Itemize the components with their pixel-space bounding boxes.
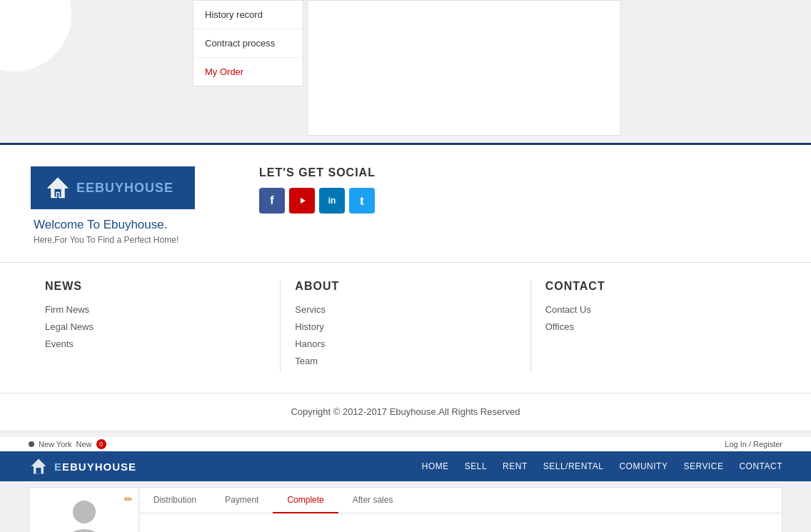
person-avatar <box>59 494 109 532</box>
tab-complete[interactable]: Complete <box>273 488 338 513</box>
legal-news-link[interactable]: Legal News <box>45 321 94 332</box>
servics-link[interactable]: Servics <box>295 304 326 315</box>
copyright-text: Copyright © 2012-2017 Ebuyhouse.All Righ… <box>0 406 811 417</box>
social-title: LET'S GET SOCIAL <box>259 166 402 179</box>
list-item[interactable]: Contact Us <box>545 303 766 316</box>
footer-col-about: ABOUT Servics History Hanors Team <box>281 280 530 371</box>
tagline-heading: Welcome To Ebuyhouse. <box>34 218 178 232</box>
tab-distribution[interactable]: Distribution <box>139 488 211 513</box>
nav-home[interactable]: HOME <box>422 461 449 471</box>
list-item[interactable]: Team <box>295 354 515 367</box>
footer-logo: EEBUYHOUSE <box>31 166 195 209</box>
top-section: History record Contract process My Order <box>0 0 811 143</box>
footer-logo-text: EEBUYHOUSE <box>76 181 173 196</box>
svg-rect-5 <box>36 468 41 473</box>
contact-heading: CONTACT <box>545 280 766 293</box>
linkedin-button[interactable]: in <box>319 188 345 214</box>
footer-links: NEWS Firm News Legal News Events ABOUT S… <box>31 280 780 371</box>
list-item[interactable]: Offices <box>545 320 766 333</box>
bottom-content: ✏ Distribution Payment Complete After sa… <box>0 481 811 532</box>
nav-sell-rental[interactable]: SELL/RENTAL <box>543 461 604 471</box>
bottom-preview: New York New 0 Log In / Register EEBUYHO… <box>0 430 811 532</box>
history-link[interactable]: History <box>295 321 323 332</box>
svg-point-6 <box>73 501 96 523</box>
nav-logo-text: EEBUYHOUSE <box>54 461 136 473</box>
nav-links: HOME SELL RENT SELL/RENTAL COMUNITY SERV… <box>422 461 782 471</box>
svg-rect-1 <box>55 189 61 198</box>
tabs-row: Distribution Payment Complete After sale… <box>139 488 782 513</box>
list-item[interactable]: Legal News <box>45 320 266 333</box>
social-icons: f in t <box>259 188 402 214</box>
footer-tagline: Welcome To Ebuyhouse. Here,For You To Fi… <box>31 218 178 245</box>
team-link[interactable]: Team <box>295 356 318 366</box>
bottom-right-card: Distribution Payment Complete After sale… <box>139 487 782 532</box>
svg-marker-3 <box>301 198 306 204</box>
footer-col-news: NEWS Firm News Legal News Events <box>31 280 281 371</box>
logo-prefix: E <box>76 181 86 195</box>
nav-logo-company: EBUYHOUSE <box>62 461 136 473</box>
tab-payment[interactable]: Payment <box>211 488 273 513</box>
copyright-bar: Copyright © 2012-2017 Ebuyhouse.All Righ… <box>0 393 811 430</box>
nav-comunity[interactable]: COMUNITY <box>619 461 668 471</box>
contact-us-link[interactable]: Contact Us <box>545 304 591 315</box>
nav-logo-prefix: E <box>54 461 62 473</box>
bottom-left-card: ✏ <box>29 487 139 532</box>
sidebar-item-contract[interactable]: Contract process <box>193 29 303 58</box>
login-link[interactable]: Log In / Register <box>725 440 782 448</box>
tab-after-sales[interactable]: After sales <box>338 488 408 513</box>
tagline-sub: Here,For You To Find a Perfect Home! <box>34 235 178 245</box>
logo-company: EBUYHOUSE <box>86 181 173 195</box>
twitter-button[interactable]: t <box>349 188 375 214</box>
decorative-circle <box>0 0 71 71</box>
nav-contact[interactable]: CONTACT <box>739 461 782 471</box>
edit-icon[interactable]: ✏ <box>124 493 133 505</box>
facebook-button[interactable]: f <box>259 188 285 214</box>
svg-point-7 <box>65 529 103 532</box>
sidebar-menu: History record Contract process My Order <box>193 0 303 86</box>
social-area: LET'S GET SOCIAL f in t <box>259 166 402 214</box>
contact-list: Contact Us Offices <box>545 303 766 333</box>
top-bar: New York New 0 Log In / Register <box>0 437 811 451</box>
about-list: Servics History Hanors Team <box>295 303 515 367</box>
list-item[interactable]: Events <box>45 337 266 350</box>
list-item[interactable]: Firm News <box>45 303 266 316</box>
list-item[interactable]: Hanors <box>295 337 515 350</box>
sidebar-item-order[interactable]: My Order <box>193 58 303 86</box>
nav-logo: EEBUYHOUSE <box>29 456 136 476</box>
events-link[interactable]: Events <box>45 338 74 349</box>
list-item[interactable]: History <box>295 320 515 333</box>
hanors-link[interactable]: Hanors <box>295 338 325 349</box>
offices-link[interactable]: Offices <box>545 321 574 332</box>
list-item[interactable]: Servics <box>295 303 515 316</box>
nav-sell[interactable]: SELL <box>465 461 487 471</box>
nav-service[interactable]: SERVICE <box>683 461 723 471</box>
news-heading: NEWS <box>45 280 266 293</box>
location-text: New York <box>39 440 71 448</box>
new-label: New <box>76 440 91 448</box>
youtube-button[interactable] <box>289 188 315 214</box>
footer-divider <box>0 262 811 263</box>
nav-rent[interactable]: RENT <box>503 461 528 471</box>
notification-badge: 0 <box>96 439 106 449</box>
news-list: Firm News Legal News Events <box>45 303 266 350</box>
nav-bar: EEBUYHOUSE HOME SELL RENT SELL/RENTAL CO… <box>0 451 811 481</box>
footer-col-contact: CONTACT Contact Us Offices <box>531 280 780 371</box>
footer-section: EEBUYHOUSE Welcome To Ebuyhouse. Here,Fo… <box>0 143 811 393</box>
content-card <box>307 0 621 136</box>
house-icon <box>45 175 71 201</box>
about-heading: ABOUT <box>295 280 515 293</box>
nav-house-icon <box>29 456 49 476</box>
top-bar-left: New York New 0 <box>29 439 106 449</box>
sidebar-item-history[interactable]: History record <box>193 1 303 29</box>
footer-logo-area: EEBUYHOUSE Welcome To Ebuyhouse. Here,Fo… <box>31 166 231 245</box>
firm-news-link[interactable]: Firm News <box>45 304 89 315</box>
location-dot-icon <box>29 441 34 447</box>
